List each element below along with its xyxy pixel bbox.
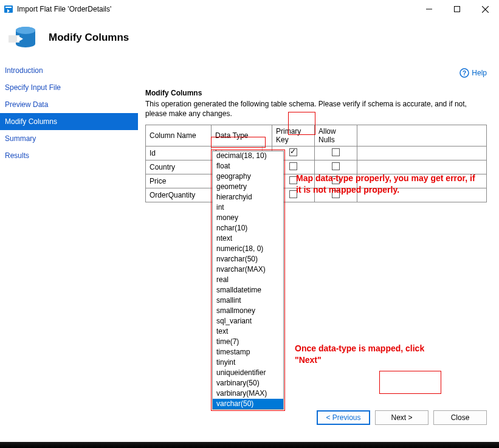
checkbox-icon[interactable] — [332, 148, 340, 156]
col-header-nulls: Allow Nulls — [315, 125, 357, 146]
sidebar-item-results[interactable]: Results — [0, 147, 138, 164]
checkbox-icon[interactable] — [289, 162, 297, 170]
svg-rect-1 — [5, 7, 12, 8]
dropdown-option[interactable]: timestamp — [213, 347, 283, 357]
dropdown-option[interactable]: time(7) — [213, 337, 283, 347]
svg-point-7 — [16, 27, 35, 34]
dropdown-option[interactable]: sql_variant — [213, 316, 283, 326]
section-title: Modify Columns — [145, 89, 487, 97]
section-description: This operation generated the following t… — [145, 100, 487, 119]
cell-allow-nulls[interactable] — [315, 146, 357, 160]
dropdown-option[interactable]: decimal(18, 10) — [213, 151, 283, 161]
checkbox-icon[interactable] — [332, 162, 340, 170]
next-button[interactable]: Next > — [375, 410, 428, 425]
main-panel: Modify Columns This operation generated … — [138, 62, 499, 447]
table-header-row: Column Name Data Type Primary Key Allow … — [146, 125, 487, 146]
col-header-pk: Primary Key — [272, 125, 315, 146]
wizard-sidebar: Introduction Specify Input File Preview … — [0, 62, 138, 447]
dropdown-option[interactable]: smallmoney — [213, 306, 283, 316]
maximize-button[interactable] — [443, 0, 471, 18]
col-header-name: Column Name — [146, 125, 212, 146]
annotation-text-1: Map data-type properly, you may get erro… — [296, 173, 478, 196]
dropdown-option[interactable]: varbinary(MAX) — [213, 388, 283, 399]
svg-rect-3 — [455, 7, 460, 12]
dropdown-option[interactable]: numeric(18, 0) — [213, 244, 283, 254]
sidebar-item-preview-data[interactable]: Preview Data — [0, 96, 138, 113]
dropdown-option[interactable]: text — [213, 326, 283, 337]
col-header-type: Data Type — [212, 125, 272, 146]
previous-button[interactable]: < Previous — [317, 410, 370, 425]
dropdown-option[interactable]: money — [213, 213, 283, 223]
taskbar-edge — [0, 442, 499, 448]
dropdown-option[interactable]: geography — [213, 171, 283, 182]
cell-column-name[interactable]: Id — [146, 146, 212, 160]
annotation-box-next — [379, 371, 441, 394]
dropdown-option[interactable]: float — [213, 161, 283, 171]
dropdown-option[interactable]: tinyint — [213, 357, 283, 368]
sidebar-item-specify-input[interactable]: Specify Input File — [0, 79, 138, 96]
dropdown-option[interactable]: real — [213, 275, 283, 285]
close-wizard-button[interactable]: Close — [433, 410, 487, 425]
table-row: Idint — [146, 146, 487, 160]
col-header-spacer — [357, 125, 487, 146]
sidebar-item-introduction[interactable]: Introduction — [0, 62, 138, 79]
datatype-dropdown-list[interactable]: datedatetimedatetime2(7)datetimeoffset(7… — [212, 151, 284, 410]
cell-spacer — [357, 146, 487, 160]
dropdown-option[interactable]: ntext — [213, 233, 283, 244]
cell-column-name[interactable]: OrderQuantity — [146, 188, 212, 202]
dropdown-option[interactable]: geometry — [213, 182, 283, 192]
annotation-text-2: Once data-type is mapped, click "Next" — [295, 343, 435, 366]
dropdown-option[interactable]: uniqueidentifier — [213, 368, 283, 378]
title-bar: Import Flat File 'OrderDetails' — [0, 0, 499, 18]
dropdown-option[interactable]: int — [213, 202, 283, 213]
minimize-button[interactable] — [415, 0, 443, 18]
sidebar-item-modify-columns[interactable]: Modify Columns — [0, 113, 138, 130]
page-header: Modify Columns — [0, 18, 499, 62]
dropdown-option[interactable]: hierarchyid — [213, 192, 283, 202]
dropdown-option[interactable]: varbinary(50) — [213, 378, 283, 388]
dropdown-option[interactable]: nchar(10) — [213, 223, 283, 233]
window-controls — [415, 0, 499, 18]
dropdown-option[interactable]: smalldatetime — [213, 285, 283, 295]
app-icon — [4, 4, 13, 14]
dropdown-option[interactable]: nvarchar(50) — [213, 254, 283, 264]
checkbox-icon[interactable] — [289, 148, 297, 156]
sidebar-item-summary[interactable]: Summary — [0, 130, 138, 147]
close-button[interactable] — [471, 0, 499, 18]
dropdown-option[interactable]: smallint — [213, 295, 283, 306]
window-title: Import Flat File 'OrderDetails' — [17, 5, 415, 13]
dropdown-option[interactable]: varchar(50) — [213, 399, 283, 409]
wizard-footer: < Previous Next > Close — [317, 410, 487, 425]
cell-column-name[interactable]: Price — [146, 174, 212, 188]
page-title: Modify Columns — [49, 32, 129, 44]
database-import-icon — [9, 23, 38, 52]
dropdown-option[interactable]: nvarchar(MAX) — [213, 264, 283, 275]
cell-column-name[interactable]: Country — [146, 160, 212, 174]
